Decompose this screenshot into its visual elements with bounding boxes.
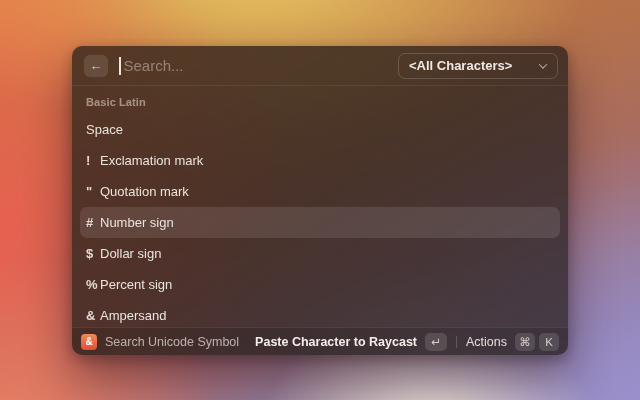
symbol-glyph: %: [86, 277, 94, 292]
symbol-rows: Space!Exclamation mark"Quotation mark#Nu…: [80, 114, 560, 327]
symbol-glyph: ": [86, 184, 94, 199]
symbol-label: Ampersand: [100, 308, 166, 323]
symbol-label: Quotation mark: [100, 184, 189, 199]
symbol-glyph: #: [86, 215, 94, 230]
list-item[interactable]: !Exclamation mark: [80, 145, 560, 176]
symbol-label: Percent sign: [100, 277, 172, 292]
symbol-label: Dollar sign: [100, 246, 161, 261]
character-set-dropdown[interactable]: <All Characters>: [398, 53, 558, 79]
list-item[interactable]: Space: [80, 114, 560, 145]
command-key-icon: ⌘: [515, 333, 535, 351]
symbol-glyph: !: [86, 153, 94, 168]
back-button[interactable]: ←: [84, 55, 108, 77]
extension-name: Search Unicode Symbol: [105, 335, 239, 349]
return-key-icon: ↵: [425, 333, 447, 351]
chevron-down-icon: [539, 60, 547, 68]
list-item[interactable]: &Ampersand: [80, 300, 560, 327]
footer-actions: Paste Character to Raycast ↵ Actions ⌘ K: [255, 333, 559, 351]
primary-action-button[interactable]: Paste Character to Raycast: [255, 335, 417, 349]
section-header: Basic Latin: [80, 88, 560, 114]
symbol-label: Space: [86, 122, 123, 137]
actions-button[interactable]: Actions: [466, 335, 507, 349]
symbol-glyph: &: [86, 308, 94, 323]
symbol-label: Exclamation mark: [100, 153, 203, 168]
extension-icon: &: [81, 334, 97, 350]
list-item[interactable]: $Dollar sign: [80, 238, 560, 269]
text-cursor: [119, 57, 121, 75]
dropdown-value: <All Characters>: [409, 58, 512, 73]
symbol-list: Basic Latin Space!Exclamation mark"Quota…: [72, 86, 568, 327]
k-key-icon: K: [539, 333, 559, 351]
list-item[interactable]: %Percent sign: [80, 269, 560, 300]
symbol-glyph: $: [86, 246, 94, 261]
search-input[interactable]: [124, 57, 399, 74]
desktop-wallpaper: { "window": { "search": { "placeholder":…: [0, 0, 640, 400]
action-bar: & Search Unicode Symbol Paste Character …: [72, 327, 568, 355]
list-item[interactable]: #Number sign: [80, 207, 560, 238]
divider: [456, 336, 457, 348]
back-arrow-icon: ←: [90, 58, 103, 73]
search-header: ← <All Characters>: [72, 46, 568, 86]
symbol-label: Number sign: [100, 215, 174, 230]
list-item[interactable]: "Quotation mark: [80, 176, 560, 207]
raycast-window: ← <All Characters> Basic Latin Space!Exc…: [72, 46, 568, 355]
ampersand-glyph: &: [85, 336, 92, 347]
